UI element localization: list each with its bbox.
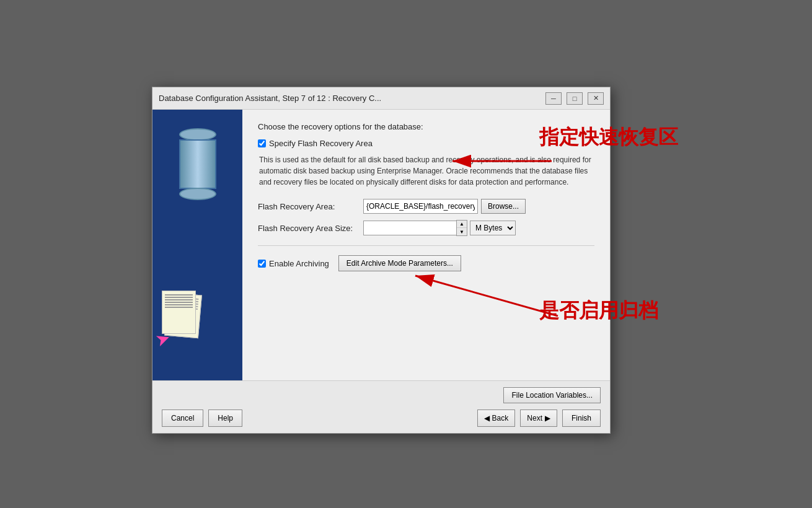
window-controls: ─ □ ✕ [545,92,604,105]
enable-archiving-label[interactable]: Enable Archiving [269,259,329,268]
title-bar: Database Configuration Assistant, Step 7… [152,87,610,110]
enable-archiving-checkbox[interactable] [258,260,266,268]
barrel-bottom [179,188,216,200]
divider [258,245,594,246]
flash-recovery-description: This is used as the default for all disk… [259,154,594,188]
spinner-controls: ▲ ▼ [456,220,467,236]
close-button[interactable]: ✕ [588,92,604,105]
footer-left-buttons: Cancel Help [162,409,242,427]
next-label: Next [527,414,542,423]
edit-archive-mode-button[interactable]: Edit Archive Mode Parameters... [338,255,461,271]
back-label: Back [492,414,509,423]
dialog-window: Database Configuration Assistant, Step 7… [152,87,611,434]
flash-recovery-area-input[interactable] [363,199,478,214]
spinner-down-button[interactable]: ▼ [457,228,467,235]
minimize-button[interactable]: ─ [545,92,562,105]
next-arrow-icon: ▶ [545,414,550,423]
dialog-footer: File Location Variables... Cancel Help ◀… [152,380,610,433]
footer-buttons: Cancel Help ◀ Back Next ▶ Finish [162,409,601,427]
help-button[interactable]: Help [208,409,242,427]
right-content-panel: Choose the recovery options for the data… [242,110,610,380]
archive-row: Enable Archiving Edit Archive Mode Param… [258,255,594,271]
flash-recovery-area-row: Flash Recovery Area: Browse... [258,199,594,214]
flash-recovery-size-input[interactable]: 3882 [363,221,456,235]
desktop: Database Configuration Assistant, Step 7… [0,0,812,508]
choose-label: Choose the recovery options for the data… [258,122,594,131]
dialog-body: ➤ Choose the recovery options for the da… [152,110,610,380]
flash-recovery-checkbox-row: Specify Flash Recovery Area [258,139,594,148]
enable-archiving-checkbox-row: Enable Archiving [258,259,329,268]
barrel-icon [179,128,216,200]
file-location-variables-button[interactable]: File Location Variables... [503,387,601,403]
maximize-button[interactable]: □ [567,92,583,105]
back-arrow-icon: ◀ [484,414,490,423]
flash-recovery-size-row: Flash Recovery Area Size: 3882 ▲ ▼ M Byt… [258,220,594,236]
barrel-body [179,139,216,189]
barrel-top [179,128,216,141]
spinner-up-button[interactable]: ▲ [457,221,467,228]
footer-right-buttons: ◀ Back Next ▶ Finish [477,409,601,427]
unit-select[interactable]: M Bytes G Bytes [470,221,516,235]
cancel-button[interactable]: Cancel [162,409,203,427]
dialog-title: Database Configuration Assistant, Step 7… [159,94,381,103]
flash-recovery-checkbox[interactable] [258,139,266,147]
next-button[interactable]: Next ▶ [520,409,557,427]
footer-top: File Location Variables... [162,387,601,403]
finish-button[interactable]: Finish [562,409,601,427]
papers-group: ➤ [159,287,202,343]
paper-front [162,291,196,334]
flash-recovery-label[interactable]: Specify Flash Recovery Area [269,139,373,148]
flash-recovery-size-spinner: 3882 ▲ ▼ M Bytes G Bytes [363,220,516,236]
browse-button[interactable]: Browse... [481,199,526,214]
back-button[interactable]: ◀ Back [477,409,516,427]
left-image-panel: ➤ [152,110,242,380]
flash-recovery-area-label: Flash Recovery Area: [258,202,363,211]
flash-recovery-size-label: Flash Recovery Area Size: [258,224,363,233]
db-illustration: ➤ [152,110,242,380]
